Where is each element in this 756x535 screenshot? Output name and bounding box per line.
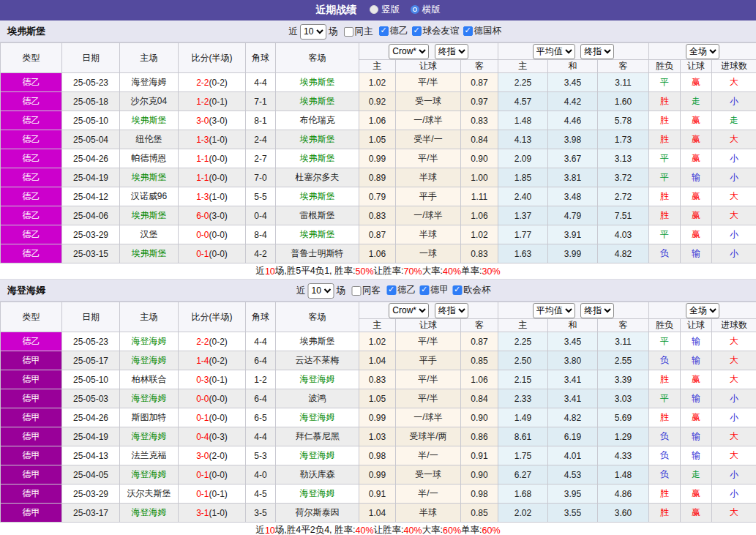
matches-table: 类型 日期 主场 比分(半场) 角球 客场 Crow* 终指 平均值 终指 [0,302,756,523]
page-title: 近期战绩 [315,4,356,17]
average-stage-select[interactable]: 终指 [580,303,614,318]
handicap-home-odds: 0.87 [359,225,396,244]
result-goals: 小 [712,168,756,187]
league-filter[interactable]: 德乙 [386,284,416,296]
away-team: 普鲁士明斯特 [276,244,359,263]
result-goals: 大 [712,504,756,523]
result-wdl: 负 [649,351,681,370]
avg-away-odds: 7.51 [598,206,649,225]
handicap-home-odds: 1.06 [359,244,396,263]
scope-select[interactable]: 全场 [686,44,719,59]
filterbar: 埃弗斯堡 近 10 场 同主 德乙球会友谊德国杯 [0,20,756,42]
score: 0-1(0-1) [179,485,246,504]
summary-segment: 40% [404,525,422,535]
league-checkbox[interactable] [378,26,388,36]
result-wdl: 平 [649,73,681,92]
same-venue-checkbox[interactable] [351,286,361,296]
corners: 4-4 [246,73,276,92]
home-team: 埃弗斯堡 [120,111,179,130]
same-venue-filter[interactable]: 同主 [343,26,373,38]
scope-select[interactable]: 全场 [686,303,719,318]
league-checkbox[interactable] [463,26,472,36]
recent-games-select[interactable]: 10 [307,283,334,299]
handicap-away-odds: 0.84 [461,130,498,149]
col-header-score: 比分(半场) [179,43,246,73]
league-checkbox[interactable] [386,285,396,295]
sub-header-wdl: 胜负 [649,319,681,332]
layout-radio-horizontal[interactable]: 横版 [411,4,441,16]
league-filter[interactable]: 球会友谊 [411,25,459,37]
handicap-line: 一/球半 [396,111,461,130]
league-badge: 德甲 [1,389,62,408]
same-venue-filter[interactable]: 同客 [351,285,381,297]
sub-header-home-odds: 主 [359,319,396,332]
league-badge: 德甲 [1,370,62,389]
league-checkbox[interactable] [419,285,429,295]
league-checkbox[interactable] [411,26,421,36]
handicap-line: 平/半 [396,389,461,408]
league-badge: 德乙 [1,187,62,206]
same-venue-checkbox[interactable] [343,27,353,37]
average-stage-select[interactable]: 终指 [580,44,614,59]
handicap-stage-select[interactable]: 终指 [435,303,468,318]
radio-horizontal-icon[interactable] [411,5,419,14]
result-wdl: 胜 [649,92,681,111]
league-filter[interactable]: 德乙 [378,25,408,37]
league-filter[interactable]: 欧会杯 [452,284,491,296]
average-odds-group: 平均值 终指 [498,302,649,319]
league-checkbox[interactable] [452,285,462,295]
radio-vertical-icon[interactable] [370,5,378,14]
layout-radio-vertical[interactable]: 竖版 [370,4,400,16]
home-team: 汉诺威96 [120,187,179,206]
result-handicap: 赢 [681,187,712,206]
games-suffix-label: 场 [329,26,338,38]
handicap-away-odds: 0.90 [461,149,498,168]
handicap-line: 平手 [396,351,461,370]
avg-away-odds: 4.03 [598,225,649,244]
result-wdl: 胜 [649,130,681,149]
score: 0-1(0-0) [179,408,246,427]
recent-games-select[interactable]: 10 [300,24,326,40]
handicap-home-odds: 1.02 [359,73,396,92]
home-team: 法兰克福 [120,446,179,465]
match-date: 25-05-23 [62,73,120,92]
score: 1-3(1-0) [179,187,246,206]
average-select[interactable]: 平均值 [533,44,575,59]
handicap-away-odds: 0.86 [461,427,498,446]
summary-segment: 大率: [422,265,443,277]
match-date: 25-05-10 [62,111,120,130]
col-header-corner: 角球 [246,302,276,332]
avg-home-odds: 4.57 [498,92,548,111]
col-header-home: 主场 [120,302,179,332]
away-team: 勒沃库森 [276,465,359,485]
score: 1-3(1-0) [179,130,246,149]
league-filter[interactable]: 德国杯 [463,25,501,37]
bookmaker-select[interactable]: Crow* [389,303,429,318]
avg-home-odds: 1.48 [498,111,548,130]
result-wdl: 平 [649,225,681,244]
result-wdl: 胜 [649,504,681,523]
league-filter[interactable]: 德甲 [419,284,449,296]
bookmaker-select[interactable]: Crow* [389,44,429,59]
score: 0-0(0-0) [179,389,246,408]
avg-away-odds: 3.03 [598,389,649,408]
team-section: 埃弗斯堡 近 10 场 同主 德乙球会友谊德国杯 [0,20,756,280]
avg-home-odds: 2.02 [498,504,548,523]
result-handicap: 赢 [681,149,712,168]
avg-away-odds: 4.86 [598,485,649,504]
away-team: 埃弗斯堡 [276,187,359,206]
match-row: 德甲25-04-19海登海姆0-4(0-3)4-4拜仁慕尼黑1.03受球半/两0… [1,427,756,446]
result-wdl: 负 [649,427,681,446]
result-wdl: 胜 [649,370,681,389]
home-team: 沃尔夫斯堡 [120,485,179,504]
near-label: 近 [296,285,306,297]
handicap-away-odds: 1.06 [461,206,498,225]
filterbar: 海登海姆 近 10 场 同客 德乙德甲欧会杯 [0,280,756,302]
home-team: 埃弗斯堡 [120,206,179,225]
handicap-away-odds: 0.87 [461,332,498,351]
handicap-home-odds: 0.92 [359,92,396,111]
handicap-stage-select[interactable]: 终指 [435,44,468,59]
average-select[interactable]: 平均值 [533,303,575,318]
score: 3-0(3-0) [179,111,246,130]
avg-away-odds: 1.60 [598,92,649,111]
